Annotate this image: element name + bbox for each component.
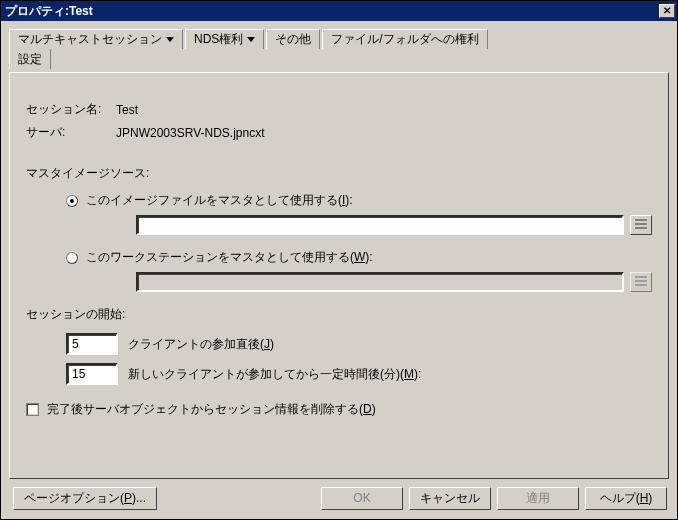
chevron-down-icon <box>166 37 174 42</box>
tab-nds-rights[interactable]: NDS権利 <box>185 29 264 49</box>
apply-button: 適用 <box>497 487 579 510</box>
tab-strip: マルチキャストセッション NDS権利 その他 ファイル/フォルダへの権利 設定 <box>9 29 669 73</box>
tab-label: 設定 <box>18 51 42 68</box>
radio-label: このイメージファイルをマスタとして使用する(I): <box>86 192 353 209</box>
minutes-input[interactable] <box>66 363 118 385</box>
row-session-name: セッション名: Test <box>26 101 652 118</box>
radio-use-image-file[interactable]: このイメージファイルをマスタとして使用する(I): <box>66 192 652 209</box>
tab-file-folder-rights[interactable]: ファイル/フォルダへの権利 <box>322 29 487 49</box>
server-value: JPNW2003SRV-NDS.jpncxt <box>116 126 652 140</box>
workstation-path-input <box>136 272 624 292</box>
ok-button: OK <box>321 487 403 510</box>
cancel-button[interactable]: キャンセル <box>409 487 491 510</box>
row-minutes-after-join: 新しいクライアントが参加してから一定時間後(分)(M): <box>66 363 652 385</box>
clients-label: クライアントの参加直後(J) <box>128 336 274 353</box>
tab-label: NDS権利 <box>194 31 243 48</box>
window-title: プロパティ:Test <box>5 3 659 20</box>
tab-label: その他 <box>275 31 311 48</box>
delete-after-complete-row[interactable]: 完了後サーバオブジェクトからセッション情報を削除する(D) <box>26 401 652 418</box>
radio-icon <box>66 252 78 264</box>
tab-multicast-session[interactable]: マルチキャストセッション <box>9 29 183 49</box>
tab-label: マルチキャストセッション <box>18 31 162 48</box>
help-button[interactable]: ヘルプ(H) <box>585 487 667 510</box>
titlebar: プロパティ:Test ✕ <box>1 1 677 21</box>
radio-icon <box>66 195 78 207</box>
workstation-path-row <box>136 272 652 292</box>
radio-label: このワークステーションをマスタとして使用する(W): <box>86 249 373 266</box>
minutes-label: 新しいクライアントが参加してから一定時間後(分)(M): <box>128 366 421 383</box>
server-label: サーバ: <box>26 124 116 141</box>
content-area: マルチキャストセッション NDS権利 その他 ファイル/フォルダへの権利 設定 <box>1 21 677 519</box>
page-options-button[interactable]: ページオプション(P)... <box>13 487 157 510</box>
session-start-title: セッションの開始: <box>26 306 652 323</box>
radio-use-workstation[interactable]: このワークステーションをマスタとして使用する(W): <box>66 249 652 266</box>
row-server: サーバ: JPNW2003SRV-NDS.jpncxt <box>26 124 652 141</box>
browse-workstation-button <box>630 272 652 292</box>
dialog-button-row: ページオプション(P)... OK キャンセル 適用 ヘルプ(H) <box>9 479 669 513</box>
checkbox-icon <box>26 403 39 416</box>
master-image-source-title: マスタイメージソース: <box>26 165 652 182</box>
image-path-row <box>136 215 652 235</box>
session-name-label: セッション名: <box>26 101 116 118</box>
row-clients-after-join: クライアントの参加直後(J) <box>66 333 652 355</box>
clients-count-input[interactable] <box>66 333 118 355</box>
tab-label: ファイル/フォルダへの権利 <box>331 31 478 48</box>
chevron-down-icon <box>247 37 255 42</box>
browse-image-button[interactable] <box>630 215 652 235</box>
browse-icon <box>635 276 647 288</box>
close-icon[interactable]: ✕ <box>659 4 675 18</box>
tab-other[interactable]: その他 <box>266 29 320 49</box>
session-name-value: Test <box>116 103 652 117</box>
panel-body: セッション名: Test サーバ: JPNW2003SRV-NDS.jpncxt… <box>9 72 669 479</box>
image-path-input[interactable] <box>136 215 624 235</box>
properties-dialog: プロパティ:Test ✕ マルチキャストセッション NDS権利 その他 ファイル… <box>0 0 678 520</box>
browse-icon <box>635 219 647 231</box>
tab-settings[interactable]: 設定 <box>9 49 51 69</box>
checkbox-label: 完了後サーバオブジェクトからセッション情報を削除する(D) <box>47 401 376 418</box>
